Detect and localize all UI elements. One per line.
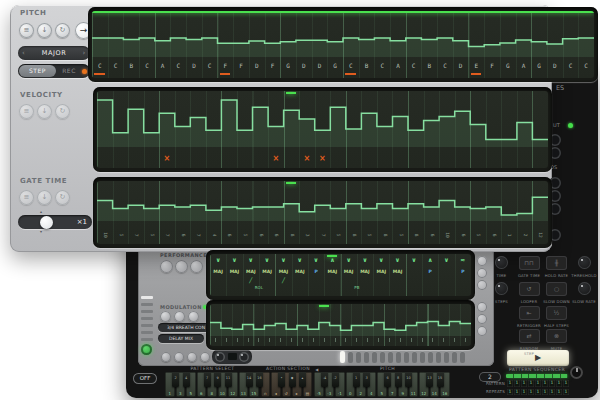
scale-selector[interactable]: ‹ MAJOR › [18, 46, 90, 60]
panel-side-button[interactable] [477, 256, 487, 266]
rec-mode-segment[interactable]: REC [60, 65, 78, 77]
action-button-mute[interactable]: ⊗ [546, 329, 567, 343]
mini-strip-item[interactable] [141, 317, 153, 320]
velocity-random-button[interactable]: ↻ [55, 104, 70, 119]
trigger-key[interactable] [380, 351, 385, 363]
trigger-key[interactable] [372, 351, 377, 363]
piano-key-black[interactable]: • [278, 372, 285, 387]
pattern-cell[interactable]: 1 [563, 380, 569, 387]
panel-side-button[interactable] [477, 326, 487, 336]
piano-key-black[interactable]: 11 [225, 372, 232, 387]
record-target-icon[interactable] [141, 344, 152, 355]
mini-knob[interactable] [215, 352, 225, 362]
action-button-hold-rate[interactable]: ╫ [546, 256, 567, 270]
modulation-button[interactable] [160, 311, 171, 322]
pattern-cell[interactable]: 1 [507, 380, 513, 387]
action-knob-threshold[interactable] [578, 256, 591, 269]
trigger-key[interactable] [388, 351, 393, 363]
piano-key-black[interactable]: 2 [172, 372, 179, 387]
modulation-button[interactable] [174, 311, 185, 322]
pattern-cell[interactable]: 1 [535, 389, 541, 396]
trigger-key[interactable] [428, 351, 433, 363]
pitch-random-button[interactable]: ↻ [55, 23, 70, 38]
action-knob-steps[interactable] [495, 282, 508, 295]
piano-key-black[interactable]: 6 [384, 372, 391, 387]
action-knob-slow-rate[interactable] [578, 282, 591, 295]
piano-key-black[interactable]: 14 [246, 372, 253, 387]
pattern-cell[interactable]: 1 [528, 380, 534, 387]
velocity-load-button[interactable]: ↓ [37, 104, 52, 119]
pattern-cell[interactable]: 1 [521, 380, 527, 387]
mini-strip-item[interactable] [141, 303, 153, 306]
pitch-load-button[interactable]: ↓ [37, 23, 52, 38]
pitch-menu-button[interactable]: ≡ [19, 23, 34, 38]
piano-key-black[interactable]: -4 [321, 372, 328, 387]
trigger-key[interactable] [420, 351, 425, 363]
panel-footer-button[interactable] [161, 352, 171, 362]
trigger-key[interactable] [460, 351, 465, 363]
piano-key-black[interactable]: ◆ [289, 372, 296, 387]
velocity-menu-button[interactable]: ≡ [19, 104, 34, 119]
piano-key-black[interactable]: -2 [332, 372, 339, 387]
pattern-cell[interactable]: 1 [514, 380, 520, 387]
modulation-display[interactable] [206, 300, 475, 350]
pattern-cell[interactable]: 1 [549, 380, 555, 387]
trigger-key[interactable] [444, 351, 449, 363]
slider-knob[interactable] [40, 216, 53, 229]
panel-side-button[interactable] [477, 314, 487, 324]
piano-key-black[interactable]: 4 [183, 372, 190, 387]
piano-key-black[interactable]: 9 [214, 372, 221, 387]
trigger-key[interactable] [340, 351, 345, 363]
action-button-gate-time[interactable]: ⊓⊓ [519, 256, 540, 270]
trigger-key[interactable] [356, 351, 361, 363]
mini-strip-item[interactable] [141, 310, 153, 313]
pattern-cell[interactable]: 1 [535, 380, 541, 387]
action-button-half-steps[interactable]: ½ [546, 306, 567, 320]
panel-footer-button[interactable] [174, 352, 184, 362]
pattern-cell[interactable]: 1 [542, 389, 548, 396]
pattern-cell[interactable]: 1 [556, 389, 562, 396]
trigger-key[interactable] [436, 351, 441, 363]
piano-key-black[interactable]: 3 [363, 372, 370, 387]
trigger-key[interactable] [452, 351, 457, 363]
pattern-cell[interactable]: 1 [528, 389, 534, 396]
pattern-cell[interactable]: 1 [549, 389, 555, 396]
piano-key-black[interactable]: 16 [256, 372, 263, 387]
panel-footer-button[interactable] [187, 352, 197, 362]
piano-key-black[interactable]: ▴ [299, 372, 306, 387]
pattern-cell[interactable]: 1 [514, 389, 520, 396]
modulation-button[interactable] [188, 311, 199, 322]
trigger-key[interactable] [412, 351, 417, 363]
off-button[interactable]: OFF [133, 373, 157, 384]
panel-footer-button[interactable] [200, 352, 210, 362]
pitch-display[interactable]: CCBCACDCFFDFGDDGCBCACBCDEFGAGDCC [88, 7, 598, 82]
trigger-key[interactable] [396, 351, 401, 363]
pattern-cell[interactable]: 1 [556, 380, 562, 387]
gate-multiplier-slider[interactable]: ×1 [18, 215, 92, 229]
gate-load-button[interactable]: ↓ [37, 190, 52, 205]
delay-mix-button[interactable]: DELAY MIX [158, 334, 204, 343]
input-mode-toggle[interactable]: STEP REC [18, 64, 90, 78]
mini-strip-item[interactable] [141, 331, 153, 334]
velocity-display[interactable]: ×××× [93, 87, 552, 172]
piano-key-black[interactable]: 1 [353, 372, 360, 387]
performance-button[interactable] [160, 260, 173, 273]
trigger-key[interactable] [404, 351, 409, 363]
action-knob-time[interactable] [495, 256, 508, 269]
gate-random-button[interactable]: ↻ [55, 190, 70, 205]
performance-button[interactable] [175, 260, 188, 273]
piano-key-black[interactable]: 8 [395, 372, 402, 387]
gate-display[interactable]: 10575767465668375858586106561212 [93, 177, 552, 248]
action-button-slow-down[interactable]: ○ [546, 282, 567, 296]
mini-strip-item[interactable] [141, 324, 153, 327]
piano-key-black[interactable]: 10 [405, 372, 412, 387]
mini-strip-item[interactable] [141, 296, 153, 299]
panel-side-button[interactable] [477, 268, 487, 278]
pattern-cell[interactable]: 1 [507, 389, 513, 396]
performance-display[interactable]: ∨MAJ∨MAJ∨MAJ∨MAJ∨MAJ∨MAJ∨P∧MAJ∨MAJ∨MAJ∨M… [206, 250, 475, 300]
pattern-cell[interactable]: 1 [563, 389, 569, 396]
piano-key-black[interactable]: 13 [426, 372, 433, 387]
mini-knob[interactable] [239, 352, 249, 362]
pattern-cell[interactable]: 1 [542, 380, 548, 387]
action-button-looper[interactable]: ↺ [519, 282, 540, 296]
